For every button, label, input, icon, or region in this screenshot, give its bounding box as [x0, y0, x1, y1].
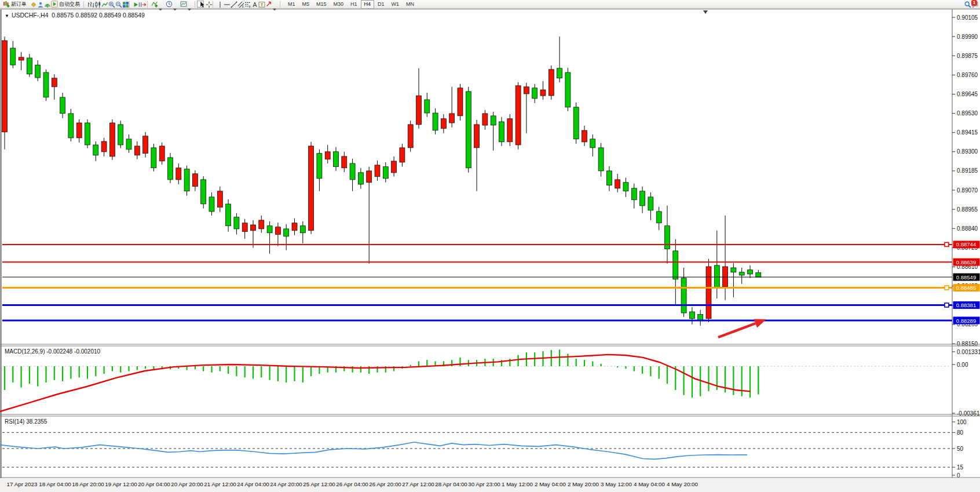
cursor-tool-icon[interactable]	[197, 1, 204, 8]
horizontal-line-tool-icon[interactable]	[222, 1, 229, 8]
svg-text:0.88549: 0.88549	[956, 274, 976, 280]
candlestick-mode-icon[interactable]	[93, 1, 100, 8]
svg-text:27 Apr 12:00: 27 Apr 12:00	[402, 481, 434, 487]
text-label-tool-icon[interactable]: T	[257, 1, 264, 8]
crosshair-tool-icon[interactable]	[204, 1, 211, 8]
templates-button[interactable]	[178, 1, 193, 8]
candle	[507, 114, 513, 146]
candle	[466, 87, 471, 173]
zoom-in-icon[interactable]	[107, 1, 114, 8]
arrows-tool-button[interactable]	[264, 1, 278, 8]
svg-text:18 Apr 04:00: 18 Apr 04:00	[39, 481, 71, 487]
channel-tool-icon[interactable]: E	[236, 1, 243, 8]
quote-line: ▼USDCHF-,H4 0.88575 0.88592 0.88549 0.88…	[5, 12, 145, 19]
timeframe-button-MN[interactable]: MN	[403, 0, 418, 9]
indicators-button[interactable]	[149, 1, 164, 8]
price-tag-0.88744: 0.88744	[953, 240, 980, 248]
toolbar-separator	[129, 1, 130, 8]
toolbar-separator	[213, 1, 213, 8]
add-indicator-icon	[151, 1, 158, 8]
tile-windows-icon[interactable]	[120, 1, 127, 8]
toolbar-separator	[147, 1, 148, 8]
hline-handle[interactable]	[945, 242, 949, 246]
timeframe-button-H4[interactable]: H4	[361, 0, 375, 9]
clock-icon	[166, 1, 173, 8]
time-axis[interactable]: 17 Apr 202318 Apr 04:0018 Apr 20:0019 Ap…	[7, 481, 699, 487]
candle	[408, 121, 413, 152]
text-tool-icon[interactable]: A	[250, 1, 257, 8]
svg-text:0.88381: 0.88381	[956, 302, 976, 308]
svg-text:0.90105: 0.90105	[957, 14, 978, 21]
svg-text:15: 15	[957, 464, 964, 471]
chat-icon[interactable]: 1	[970, 1, 977, 8]
fibonacci-tool-icon[interactable]: F	[243, 1, 250, 8]
svg-text:0.89415: 0.89415	[957, 129, 978, 136]
svg-text:0.89185: 0.89185	[957, 167, 978, 174]
svg-text:3 May 12:00: 3 May 12:00	[601, 481, 632, 487]
candle	[201, 176, 206, 209]
svg-text:2 May 04:00: 2 May 04:00	[535, 481, 566, 487]
autotrading-button[interactable]: 自动交易	[49, 1, 82, 8]
timeframe-button-M5[interactable]: M5	[299, 0, 313, 9]
candle	[184, 166, 189, 196]
svg-text:17 Apr 2023: 17 Apr 2023	[7, 481, 38, 487]
rsi-indicator-label: RSI(14) 38.2355	[5, 418, 47, 425]
symbol-dropdown-icon[interactable]: ▼	[5, 13, 9, 19]
candle	[109, 119, 115, 160]
svg-text:0.88289: 0.88289	[956, 318, 976, 324]
chart-shift-icon[interactable]	[138, 1, 145, 8]
svg-text:21 Apr 12:00: 21 Apr 12:00	[204, 481, 236, 487]
svg-text:20 Apr 20:00: 20 Apr 20:00	[171, 481, 203, 487]
bar-chart-mode-icon[interactable]	[86, 1, 93, 8]
notification-badge: 1	[971, 0, 977, 6]
svg-text:0.001331: 0.001331	[957, 349, 980, 355]
candle	[43, 70, 49, 101]
svg-text:0.00: 0.00	[957, 362, 968, 368]
toolbar-separator	[83, 1, 84, 8]
candle	[68, 109, 74, 141]
signal-icon[interactable]	[42, 1, 49, 8]
zoom-out-icon[interactable]	[114, 1, 120, 8]
vertical-line-tool-icon[interactable]	[215, 1, 222, 8]
svg-text:0.89530: 0.89530	[957, 110, 978, 116]
mt4-terminal: 新订单 自动交易 E F A T M1M5M	[0, 0, 980, 492]
search-icon[interactable]	[963, 1, 970, 8]
line-chart-mode-icon[interactable]	[100, 1, 107, 8]
candle	[151, 144, 156, 172]
chart-left-border	[0, 9, 2, 479]
timeframe-button-H1[interactable]: H1	[347, 0, 361, 9]
price-tag-0.88289: 0.88289	[953, 317, 980, 325]
profile-icon[interactable]	[35, 1, 42, 8]
svg-text:0.88485: 0.88485	[956, 285, 976, 291]
quote-ohlc: 0.88575 0.88592 0.88549 0.88549	[52, 12, 145, 19]
auto-scroll-icon[interactable]	[131, 1, 138, 8]
chevron-down-icon	[159, 3, 162, 5]
candle	[118, 121, 123, 148]
svg-text:0.88955: 0.88955	[957, 206, 978, 213]
candle	[706, 259, 711, 322]
svg-text:20 Apr 04:00: 20 Apr 04:00	[138, 481, 170, 487]
periods-button[interactable]	[164, 1, 178, 8]
trendline-tool-icon[interactable]	[229, 1, 236, 8]
toolbar-separator	[195, 1, 195, 8]
hline-handle[interactable]	[945, 286, 949, 290]
price-tag-0.88639: 0.88639	[953, 258, 980, 266]
timeframe-button-M30[interactable]: M30	[330, 0, 348, 9]
new-order-icon	[3, 1, 10, 8]
new-order-button[interactable]: 新订单	[1, 1, 28, 8]
timeframe-button-W1[interactable]: W1	[388, 0, 403, 9]
svg-text:0.89070: 0.89070	[957, 187, 978, 194]
timeframe-button-D1[interactable]: D1	[374, 0, 388, 9]
chart-canvas[interactable]: 0.901050.899900.898750.897600.896450.895…	[0, 0, 980, 492]
arrow-shape-icon	[265, 1, 272, 8]
svg-text:80: 80	[957, 429, 964, 436]
symbol-title: USDCHF-,H4	[12, 12, 49, 19]
svg-text:26 Apr 04:00: 26 Apr 04:00	[336, 481, 368, 487]
metaeditor-icon[interactable]	[28, 1, 35, 8]
hline-handle[interactable]	[945, 303, 949, 307]
svg-text:30 Apr 23:00: 30 Apr 23:00	[468, 481, 500, 487]
autotrading-play-icon	[51, 1, 58, 8]
timeframe-button-M15[interactable]: M15	[313, 0, 330, 9]
autotrading-label: 自动交易	[59, 1, 80, 8]
timeframe-button-M1[interactable]: M1	[284, 0, 299, 9]
